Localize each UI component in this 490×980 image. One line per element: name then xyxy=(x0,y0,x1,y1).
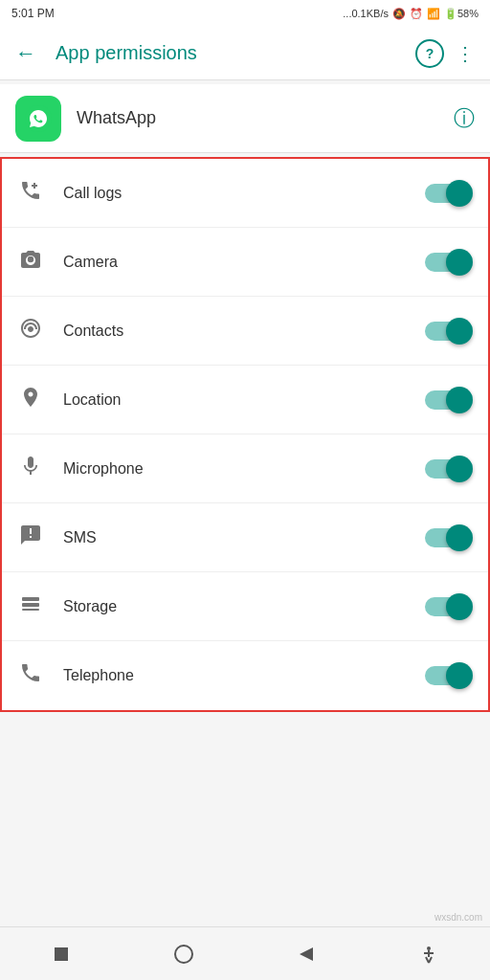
camera-icon xyxy=(17,248,44,277)
toggle-thumb xyxy=(446,524,473,551)
permission-label-telephone: Telephone xyxy=(63,667,406,684)
nav-home-icon[interactable] xyxy=(166,936,202,972)
toggle-location[interactable] xyxy=(425,387,473,413)
svg-rect-2 xyxy=(22,603,39,607)
svg-point-7 xyxy=(427,947,431,950)
toggle-contacts[interactable] xyxy=(425,318,473,345)
top-bar: ← App permissions ? ⋮ xyxy=(0,27,490,80)
phone-log-icon xyxy=(17,179,44,208)
page-title: App permissions xyxy=(56,42,404,64)
status-icons: ...0.1KB/s 🔕 ⏰ 📶 🔋58% xyxy=(343,8,479,20)
toggle-thumb xyxy=(446,318,473,345)
svg-marker-6 xyxy=(300,947,313,961)
nav-accessibility-icon[interactable] xyxy=(411,936,447,972)
app-name: WhatsApp xyxy=(77,108,438,128)
toggle-call-logs[interactable] xyxy=(425,180,473,207)
toggle-storage[interactable] xyxy=(425,593,473,620)
telephone-icon xyxy=(17,661,44,690)
svg-line-11 xyxy=(429,957,432,963)
toggle-thumb xyxy=(446,387,473,413)
permissions-list: Call logs Camera Contacts Location Micro… xyxy=(0,157,490,712)
permission-label-call-logs: Call logs xyxy=(63,185,406,202)
svg-rect-3 xyxy=(22,609,39,611)
toggle-microphone[interactable] xyxy=(425,456,473,482)
toggle-thumb xyxy=(446,593,473,620)
permission-label-microphone: Microphone xyxy=(63,460,406,478)
status-time: 5:01 PM xyxy=(11,7,55,20)
permission-label-sms: SMS xyxy=(63,529,406,546)
permission-item-telephone: Telephone xyxy=(2,641,488,710)
toggle-thumb xyxy=(446,180,473,207)
app-info-icon[interactable]: ⓘ xyxy=(454,104,475,133)
permission-item-sms: SMS xyxy=(2,503,488,572)
bottom-nav xyxy=(0,926,490,980)
permission-item-location: Location xyxy=(2,366,488,434)
toggle-thumb xyxy=(446,662,473,689)
permission-item-storage: Storage xyxy=(2,572,488,641)
app-header: WhatsApp ⓘ xyxy=(0,84,490,153)
microphone-icon xyxy=(17,455,44,483)
more-options-icon[interactable]: ⋮ xyxy=(448,34,482,73)
svg-rect-4 xyxy=(55,947,68,961)
toggle-sms[interactable] xyxy=(425,524,473,551)
back-button[interactable]: ← xyxy=(8,33,44,74)
permission-item-microphone: Microphone xyxy=(2,434,488,503)
toggle-thumb xyxy=(446,249,473,276)
svg-point-5 xyxy=(175,946,192,963)
location-icon xyxy=(17,386,44,414)
permission-label-location: Location xyxy=(63,391,406,409)
toggle-thumb xyxy=(446,456,473,482)
permission-item-camera: Camera xyxy=(2,228,488,297)
status-bar: 5:01 PM ...0.1KB/s 🔕 ⏰ 📶 🔋58% xyxy=(0,0,490,27)
app-icon xyxy=(15,96,61,142)
svg-rect-1 xyxy=(22,597,39,601)
whatsapp-logo xyxy=(24,104,53,133)
contacts-icon xyxy=(17,317,44,345)
permission-label-storage: Storage xyxy=(63,598,406,615)
permission-item-call-logs: Call logs xyxy=(2,159,488,228)
help-icon[interactable]: ? xyxy=(415,39,444,68)
sms-icon xyxy=(17,523,44,552)
toggle-camera[interactable] xyxy=(425,249,473,276)
permission-label-camera: Camera xyxy=(63,254,406,271)
watermark: wxsdn.com xyxy=(434,912,482,923)
storage-icon xyxy=(17,592,44,621)
permission-label-contacts: Contacts xyxy=(63,323,406,340)
top-bar-actions: ? ⋮ xyxy=(415,34,482,73)
toggle-telephone[interactable] xyxy=(425,662,473,689)
nav-recents-icon[interactable] xyxy=(43,936,79,972)
permission-item-contacts: Contacts xyxy=(2,297,488,366)
nav-back-icon[interactable] xyxy=(288,936,324,972)
